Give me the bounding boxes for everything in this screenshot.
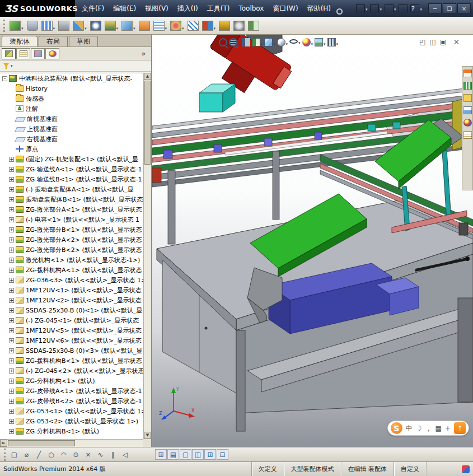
expander-icon[interactable]: +: [9, 278, 14, 283]
filter-funnel-icon[interactable]: [3, 63, 10, 69]
mirror-entities-button[interactable]: ◁: [119, 449, 131, 460]
tree-item[interactable]: 注解: [0, 104, 143, 114]
measure-button[interactable]: ▾: [218, 20, 231, 32]
expander-icon[interactable]: +: [9, 288, 14, 293]
tree-horizontal-scrollbar[interactable]: ◄ ►: [0, 439, 143, 447]
dropdown-caret-icon[interactable]: ▾: [380, 7, 382, 12]
save-button[interactable]: ▾: [384, 4, 397, 13]
offset-entities-button[interactable]: ∥: [107, 449, 119, 460]
assembly-model[interactable]: [152, 35, 473, 447]
tree-item[interactable]: + (-) 电容<1> (默认<<默认>_显示状态 1: [0, 214, 143, 225]
ime-toolbox-icon[interactable]: +: [445, 425, 451, 432]
ellipse-tool-button[interactable]: ⊙: [70, 449, 82, 460]
expander-icon[interactable]: +: [9, 268, 14, 273]
two-viewport-button[interactable]: ◫: [192, 449, 204, 460]
expander-icon[interactable]: +: [9, 207, 14, 212]
expander-icon[interactable]: +: [9, 157, 14, 162]
dropdown-caret-icon[interactable]: ▾: [311, 42, 313, 46]
pin-toolbar-icon[interactable]: [336, 8, 342, 14]
file-explorer-icon[interactable]: [463, 94, 472, 102]
featuremanager-tab[interactable]: [2, 48, 16, 59]
dropdown-caret-icon[interactable]: ▾: [165, 26, 167, 31]
expander-icon[interactable]: +: [9, 258, 14, 263]
dropdown-caret-icon[interactable]: ▾: [394, 7, 396, 12]
selection-lights-icon[interactable]: ▾: [398, 4, 408, 13]
tree-vertical-scrollbar[interactable]: ▲ ▼: [143, 73, 151, 439]
tree-item[interactable]: + 1MF12UV<5> (默认<<默认>_显示状态 1: [0, 325, 143, 335]
zoom-fit-icon[interactable]: ▾: [218, 37, 228, 48]
filter-caret-icon[interactable]: ▾: [11, 64, 13, 68]
tree-item[interactable]: + ZG-皮带线B<2> (默认<默认_显示状态-1: [0, 396, 143, 406]
tree-item[interactable]: + ZG-皮带线A<1> (默认<默认_显示状态-1: [0, 386, 143, 396]
expander-icon[interactable]: +: [9, 187, 14, 192]
tree-item[interactable]: + 振动盘装配体B<1> (默认<默认_显示状态: [0, 194, 143, 204]
tree-item[interactable]: + ZG-053<1> (默认<<默认>_显示状态 1>): [0, 406, 143, 416]
tree-item[interactable]: + ZG-激光部分B<2> (默认<默认_显示状态: [0, 245, 143, 255]
design-library-icon[interactable]: [463, 82, 472, 90]
dropdown-caret-icon[interactable]: ▾: [116, 26, 119, 31]
new-document-button[interactable]: ▾: [355, 4, 368, 13]
spline-tool-button[interactable]: ∿: [95, 449, 106, 460]
dropdown-caret-icon[interactable]: ▾: [133, 26, 135, 31]
menu-item[interactable]: 插入(I): [173, 0, 203, 17]
previous-view-icon[interactable]: ▾: [241, 37, 251, 48]
tree-item[interactable]: + ZG-分料机构B<1> (默认): [0, 426, 143, 436]
ime-keyboard-icon[interactable]: ▦: [435, 425, 442, 432]
tree-item[interactable]: + ZG-激光部分A<1> (默认<默认_显示状态: [0, 204, 143, 214]
tree-item[interactable]: + ZG-分料机构<1> (默认): [0, 376, 143, 386]
linear-component-pattern-button[interactable]: ▾: [40, 20, 57, 32]
menu-item[interactable]: Toolbox: [234, 0, 268, 17]
dropdown-caret-icon[interactable]: ▾: [298, 41, 301, 45]
menu-item[interactable]: 工具(T): [203, 0, 235, 17]
view-settings-icon[interactable]: ▾: [327, 37, 339, 48]
expander-icon[interactable]: +: [9, 419, 14, 424]
new-motion-study-button[interactable]: ▾: [138, 20, 151, 32]
tree-item[interactable]: + ZG-激光部分A<2> (默认<默认_显示状态: [0, 235, 143, 245]
expander-icon[interactable]: +: [9, 298, 14, 303]
menu-item[interactable]: 编辑(E): [109, 0, 141, 17]
expander-icon[interactable]: +: [9, 338, 14, 343]
tree-item[interactable]: + SSDAS-25x30-B (0)<1> (默认<默认_显: [0, 305, 143, 315]
dropdown-caret-icon[interactable]: ▾: [324, 42, 326, 46]
dropdown-caret-icon[interactable]: ▾: [85, 26, 87, 31]
insert-components-button[interactable]: ▾: [8, 20, 25, 32]
expander-icon[interactable]: +: [9, 308, 14, 313]
interference-detection-button[interactable]: ▾: [201, 20, 217, 32]
dropdown-caret-icon[interactable]: ▾: [238, 42, 240, 46]
open-button[interactable]: ▾: [369, 4, 382, 13]
section-view-icon[interactable]: ▾: [251, 37, 264, 48]
tree-item[interactable]: + (-) ZG-045<1> (默认<默认>_显示状态: [0, 315, 143, 325]
link-views-button[interactable]: ⊟: [217, 449, 228, 460]
maximize-button[interactable]: ❏: [443, 3, 456, 13]
propertymanager-tab[interactable]: [16, 48, 30, 59]
help-button[interactable]: ? ▾: [410, 4, 423, 13]
close-document-icon[interactable]: ×: [453, 38, 460, 46]
quick-tip-icon[interactable]: [462, 465, 470, 473]
apply-scene-icon[interactable]: ▾: [314, 37, 326, 48]
tree-item[interactable]: + ZG-拨料机构B<1> (默认<默认_显示状态: [0, 356, 143, 366]
mass-properties-button[interactable]: ▾: [232, 20, 246, 32]
solidworks-resources-icon[interactable]: [463, 69, 472, 77]
single-viewport-button[interactable]: ▢: [180, 449, 191, 460]
expander-icon[interactable]: +: [9, 197, 14, 202]
hide-show-items-icon[interactable]: ▾: [289, 38, 301, 46]
dropdown-caret-icon[interactable]: ▾: [286, 42, 288, 46]
tree-item[interactable]: 前视基准面: [0, 114, 143, 124]
expander-icon[interactable]: +: [9, 409, 14, 414]
view-orientation-icon[interactable]: ▾: [264, 37, 276, 48]
mate-button[interactable]: ▾: [26, 20, 39, 32]
expander-icon[interactable]: +: [9, 318, 14, 323]
dropdown-caret-icon[interactable]: ▾: [214, 26, 216, 31]
expander-icon[interactable]: +: [9, 217, 14, 222]
tree-item[interactable]: 传感器: [0, 94, 143, 104]
pane-split-icon[interactable]: ◫: [429, 38, 435, 46]
dropdown-caret-icon[interactable]: ▾: [273, 42, 275, 46]
show-hidden-components-button[interactable]: ▾: [89, 20, 102, 32]
tree-item[interactable]: + 1MF12UV<1> (默认<<默认>_显示状态 1: [0, 285, 143, 295]
panel-tab[interactable]: 草图: [69, 36, 98, 46]
expander-icon[interactable]: +: [9, 248, 14, 253]
tree-item[interactable]: + (-) 振动盘装配体A<1> (默认<默认_显: [0, 184, 143, 194]
tree-item[interactable]: + (固定) ZG-机架装配<1> (默认<默认_显: [0, 154, 143, 164]
expander-icon[interactable]: +: [9, 358, 14, 363]
tree-item[interactable]: 上视基准面: [0, 124, 143, 134]
